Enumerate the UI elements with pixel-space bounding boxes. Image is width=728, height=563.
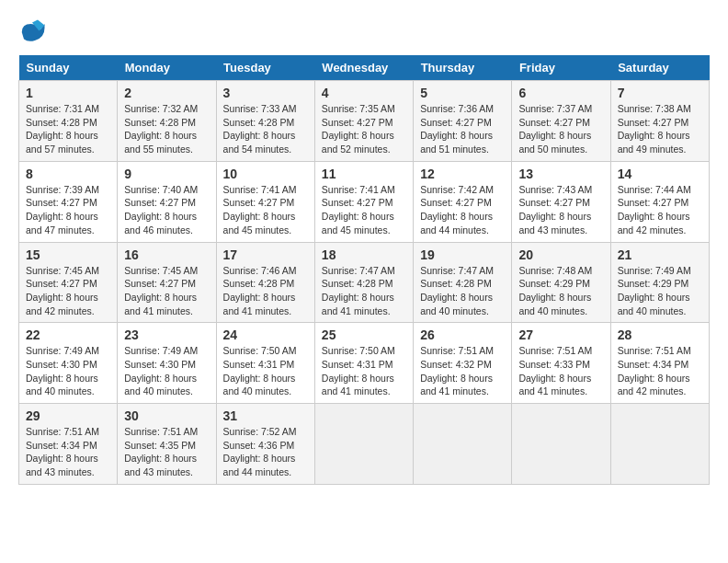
day-header-saturday: Saturday bbox=[610, 55, 709, 81]
day-number: 16 bbox=[124, 247, 209, 262]
day-info: Sunrise: 7:50 AMSunset: 4:31 PMDaylight:… bbox=[223, 344, 308, 398]
day-number: 17 bbox=[223, 247, 308, 262]
day-info: Sunrise: 7:50 AMSunset: 4:31 PMDaylight:… bbox=[322, 344, 406, 398]
day-number: 30 bbox=[124, 408, 209, 423]
day-cell bbox=[314, 404, 413, 485]
day-info: Sunrise: 7:36 AMSunset: 4:27 PMDaylight:… bbox=[420, 102, 505, 156]
day-info: Sunrise: 7:51 AMSunset: 4:34 PMDaylight:… bbox=[26, 425, 110, 479]
day-cell: 13 Sunrise: 7:43 AMSunset: 4:27 PMDaylig… bbox=[512, 161, 610, 242]
day-number: 29 bbox=[26, 408, 110, 423]
day-number: 21 bbox=[618, 247, 702, 262]
day-cell bbox=[512, 404, 610, 485]
day-info: Sunrise: 7:44 AMSunset: 4:27 PMDaylight:… bbox=[618, 183, 702, 237]
day-header-thursday: Thursday bbox=[414, 55, 512, 81]
day-number: 9 bbox=[124, 167, 209, 181]
day-cell: 20 Sunrise: 7:48 AMSunset: 4:29 PMDaylig… bbox=[512, 242, 610, 323]
day-info: Sunrise: 7:39 AMSunset: 4:27 PMDaylight:… bbox=[26, 183, 110, 237]
day-cell: 14 Sunrise: 7:44 AMSunset: 4:27 PMDaylig… bbox=[610, 161, 709, 242]
header bbox=[18, 18, 710, 46]
day-number: 4 bbox=[322, 86, 406, 100]
day-number: 12 bbox=[420, 167, 505, 181]
day-number: 28 bbox=[618, 327, 702, 342]
day-cell: 15 Sunrise: 7:45 AMSunset: 4:27 PMDaylig… bbox=[19, 242, 118, 323]
day-number: 5 bbox=[420, 86, 505, 100]
day-header-tuesday: Tuesday bbox=[216, 55, 314, 81]
day-cell: 5 Sunrise: 7:36 AMSunset: 4:27 PMDayligh… bbox=[414, 81, 512, 162]
day-info: Sunrise: 7:33 AMSunset: 4:28 PMDaylight:… bbox=[223, 102, 308, 156]
day-cell: 30 Sunrise: 7:51 AMSunset: 4:35 PMDaylig… bbox=[118, 404, 216, 485]
day-header-monday: Monday bbox=[118, 55, 216, 81]
day-cell: 24 Sunrise: 7:50 AMSunset: 4:31 PMDaylig… bbox=[216, 323, 314, 404]
day-info: Sunrise: 7:51 AMSunset: 4:32 PMDaylight:… bbox=[420, 344, 505, 398]
day-cell: 6 Sunrise: 7:37 AMSunset: 4:27 PMDayligh… bbox=[512, 81, 610, 162]
day-info: Sunrise: 7:49 AMSunset: 4:30 PMDaylight:… bbox=[26, 344, 110, 398]
day-info: Sunrise: 7:43 AMSunset: 4:27 PMDaylight:… bbox=[518, 183, 603, 237]
day-info: Sunrise: 7:42 AMSunset: 4:27 PMDaylight:… bbox=[420, 183, 505, 237]
day-header-wednesday: Wednesday bbox=[314, 55, 413, 81]
day-cell: 9 Sunrise: 7:40 AMSunset: 4:27 PMDayligh… bbox=[118, 161, 216, 242]
day-cell: 19 Sunrise: 7:47 AMSunset: 4:28 PMDaylig… bbox=[414, 242, 512, 323]
logo bbox=[18, 18, 51, 46]
calendar-table: SundayMondayTuesdayWednesdayThursdayFrid… bbox=[18, 55, 710, 485]
day-info: Sunrise: 7:48 AMSunset: 4:29 PMDaylight:… bbox=[518, 264, 603, 318]
day-info: Sunrise: 7:45 AMSunset: 4:27 PMDaylight:… bbox=[26, 264, 110, 318]
day-info: Sunrise: 7:47 AMSunset: 4:28 PMDaylight:… bbox=[322, 264, 406, 318]
day-info: Sunrise: 7:35 AMSunset: 4:27 PMDaylight:… bbox=[322, 102, 406, 156]
day-info: Sunrise: 7:47 AMSunset: 4:28 PMDaylight:… bbox=[420, 264, 505, 318]
day-cell: 29 Sunrise: 7:51 AMSunset: 4:34 PMDaylig… bbox=[19, 404, 118, 485]
day-number: 14 bbox=[618, 167, 702, 181]
day-cell: 4 Sunrise: 7:35 AMSunset: 4:27 PMDayligh… bbox=[314, 81, 413, 162]
day-info: Sunrise: 7:51 AMSunset: 4:34 PMDaylight:… bbox=[618, 344, 702, 398]
day-number: 13 bbox=[518, 167, 603, 181]
header-row: SundayMondayTuesdayWednesdayThursdayFrid… bbox=[19, 55, 710, 81]
day-cell: 7 Sunrise: 7:38 AMSunset: 4:27 PMDayligh… bbox=[610, 81, 709, 162]
day-cell: 3 Sunrise: 7:33 AMSunset: 4:28 PMDayligh… bbox=[216, 81, 314, 162]
day-info: Sunrise: 7:38 AMSunset: 4:27 PMDaylight:… bbox=[618, 102, 702, 156]
day-number: 23 bbox=[124, 327, 209, 342]
day-number: 15 bbox=[26, 247, 110, 262]
day-cell: 27 Sunrise: 7:51 AMSunset: 4:33 PMDaylig… bbox=[512, 323, 610, 404]
day-cell: 23 Sunrise: 7:49 AMSunset: 4:30 PMDaylig… bbox=[118, 323, 216, 404]
day-number: 6 bbox=[518, 86, 603, 100]
week-row-4: 22 Sunrise: 7:49 AMSunset: 4:30 PMDaylig… bbox=[19, 323, 710, 404]
day-info: Sunrise: 7:52 AMSunset: 4:36 PMDaylight:… bbox=[223, 425, 308, 479]
day-info: Sunrise: 7:37 AMSunset: 4:27 PMDaylight:… bbox=[518, 102, 603, 156]
day-number: 26 bbox=[420, 327, 505, 342]
day-cell: 17 Sunrise: 7:46 AMSunset: 4:28 PMDaylig… bbox=[216, 242, 314, 323]
day-cell: 11 Sunrise: 7:41 AMSunset: 4:27 PMDaylig… bbox=[314, 161, 413, 242]
day-header-sunday: Sunday bbox=[19, 55, 118, 81]
day-number: 24 bbox=[223, 327, 308, 342]
day-header-friday: Friday bbox=[512, 55, 610, 81]
week-row-5: 29 Sunrise: 7:51 AMSunset: 4:34 PMDaylig… bbox=[19, 404, 710, 485]
day-number: 20 bbox=[518, 247, 603, 262]
day-number: 3 bbox=[223, 86, 308, 100]
day-info: Sunrise: 7:46 AMSunset: 4:28 PMDaylight:… bbox=[223, 264, 308, 318]
day-info: Sunrise: 7:32 AMSunset: 4:28 PMDaylight:… bbox=[124, 102, 209, 156]
day-cell: 31 Sunrise: 7:52 AMSunset: 4:36 PMDaylig… bbox=[216, 404, 314, 485]
day-number: 7 bbox=[618, 86, 702, 100]
day-number: 19 bbox=[420, 247, 505, 262]
day-cell: 2 Sunrise: 7:32 AMSunset: 4:28 PMDayligh… bbox=[118, 81, 216, 162]
day-cell: 25 Sunrise: 7:50 AMSunset: 4:31 PMDaylig… bbox=[314, 323, 413, 404]
day-cell: 21 Sunrise: 7:49 AMSunset: 4:29 PMDaylig… bbox=[610, 242, 709, 323]
day-number: 31 bbox=[223, 408, 308, 423]
day-number: 2 bbox=[124, 86, 209, 100]
day-number: 1 bbox=[26, 86, 110, 100]
day-cell: 26 Sunrise: 7:51 AMSunset: 4:32 PMDaylig… bbox=[414, 323, 512, 404]
week-row-2: 8 Sunrise: 7:39 AMSunset: 4:27 PMDayligh… bbox=[19, 161, 710, 242]
day-info: Sunrise: 7:41 AMSunset: 4:27 PMDaylight:… bbox=[223, 183, 308, 237]
day-cell: 10 Sunrise: 7:41 AMSunset: 4:27 PMDaylig… bbox=[216, 161, 314, 242]
day-number: 10 bbox=[223, 167, 308, 181]
day-cell: 22 Sunrise: 7:49 AMSunset: 4:30 PMDaylig… bbox=[19, 323, 118, 404]
day-number: 18 bbox=[322, 247, 406, 262]
day-cell: 18 Sunrise: 7:47 AMSunset: 4:28 PMDaylig… bbox=[314, 242, 413, 323]
day-info: Sunrise: 7:31 AMSunset: 4:28 PMDaylight:… bbox=[26, 102, 110, 156]
logo-icon bbox=[18, 18, 46, 46]
day-info: Sunrise: 7:49 AMSunset: 4:30 PMDaylight:… bbox=[124, 344, 209, 398]
day-number: 25 bbox=[322, 327, 406, 342]
day-cell: 12 Sunrise: 7:42 AMSunset: 4:27 PMDaylig… bbox=[414, 161, 512, 242]
day-info: Sunrise: 7:45 AMSunset: 4:27 PMDaylight:… bbox=[124, 264, 209, 318]
day-number: 11 bbox=[322, 167, 406, 181]
day-info: Sunrise: 7:51 AMSunset: 4:33 PMDaylight:… bbox=[518, 344, 603, 398]
day-cell bbox=[414, 404, 512, 485]
